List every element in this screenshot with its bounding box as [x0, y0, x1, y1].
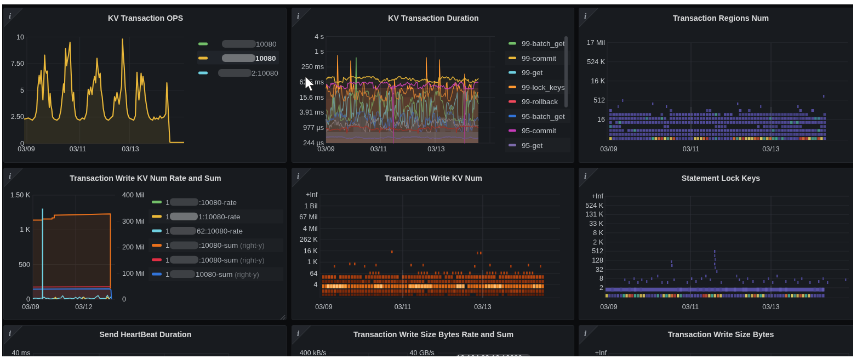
svg-text:40 ms: 40 ms — [12, 349, 30, 356]
svg-text:4 Mil: 4 Mil — [303, 224, 317, 232]
svg-text:1: 1 — [165, 198, 170, 206]
svg-text:1 s: 1 s — [315, 48, 324, 55]
svg-text:7.50: 7.50 — [11, 60, 24, 67]
svg-text:131 K: 131 K — [585, 211, 603, 218]
svg-text:250 ms: 250 ms — [301, 63, 324, 71]
svg-text:1 Bil: 1 Bil — [304, 202, 317, 209]
svg-text:03/09: 03/09 — [18, 145, 35, 153]
svg-text:1: 1 — [165, 212, 170, 220]
svg-text:+Inf: +Inf — [592, 192, 604, 200]
svg-text:64: 64 — [310, 269, 318, 277]
svg-text:16 K: 16 K — [591, 77, 605, 85]
svg-text:16 K: 16 K — [304, 247, 318, 254]
svg-text:+Inf: +Inf — [595, 349, 607, 356]
svg-text:KV Transaction OPS: KV Transaction OPS — [108, 14, 183, 22]
svg-text:99-rollback: 99-rollback — [522, 98, 558, 106]
svg-text:Transaction Write Size Bytes: Transaction Write Size Bytes — [668, 330, 774, 339]
svg-text:0: 0 — [26, 295, 30, 303]
svg-text:KV Transaction Duration: KV Transaction Duration — [388, 14, 479, 22]
svg-text:1 K: 1 K — [20, 226, 30, 234]
svg-text:8 K: 8 K — [593, 229, 603, 236]
svg-text:128: 128 — [592, 256, 603, 264]
svg-text:+Inf: +Inf — [306, 191, 318, 198]
svg-text:500: 500 — [19, 260, 30, 268]
svg-text:1: 1 — [165, 227, 170, 235]
svg-text:03/13: 03/13 — [762, 303, 779, 310]
svg-text:2 K: 2 K — [593, 238, 603, 246]
svg-text:Send HeartBeat Duration: Send HeartBeat Duration — [100, 330, 192, 339]
svg-text:16: 16 — [597, 116, 605, 123]
svg-text:03/13: 03/13 — [122, 145, 139, 153]
svg-text:40 GB/s: 40 GB/s — [410, 349, 435, 356]
svg-text:200 Mil: 200 Mil — [122, 243, 144, 251]
svg-text:10080: 10080 — [255, 54, 276, 62]
svg-text:8: 8 — [599, 275, 603, 282]
svg-text:300 Mil: 300 Mil — [122, 217, 144, 225]
svg-text:10: 10 — [16, 33, 24, 41]
svg-text:Transaction Regions Num: Transaction Regions Num — [673, 14, 769, 22]
svg-text:99-lock_keys: 99-lock_keys — [522, 83, 565, 92]
svg-text:03/09: 03/09 — [317, 145, 334, 153]
svg-text:4: 4 — [314, 281, 318, 288]
svg-text:03/09: 03/09 — [315, 303, 332, 310]
svg-text:03/09: 03/09 — [600, 303, 617, 310]
svg-text:400 kB/s: 400 kB/s — [300, 349, 327, 356]
svg-text:10080: 10080 — [256, 40, 277, 48]
svg-text:524 K: 524 K — [587, 58, 605, 66]
svg-text:99-batch_get: 99-batch_get — [522, 39, 565, 48]
svg-text:10.104.99.10:10080: 10.104.99.10:10080 — [456, 354, 522, 356]
svg-text:10080-sum (right-y): 10080-sum (right-y) — [196, 270, 259, 278]
svg-text:262 K: 262 K — [300, 236, 318, 243]
svg-text:90: 90 — [258, 355, 265, 356]
svg-text:3.91 ms: 3.91 ms — [300, 109, 324, 116]
svg-text:1: 1 — [165, 241, 170, 249]
svg-text:Transaction Write KV Num Rate: Transaction Write KV Num Rate and Sum — [70, 174, 221, 183]
svg-text:1:10080-rate: 1:10080-rate — [198, 212, 241, 220]
svg-text:15.6 ms: 15.6 ms — [300, 94, 324, 101]
svg-text:03/13: 03/13 — [427, 145, 444, 153]
svg-text:Transaction Write KV Num: Transaction Write KV Num — [385, 174, 482, 183]
svg-text:03/11: 03/11 — [370, 145, 387, 153]
svg-text:1: 1 — [165, 270, 170, 278]
svg-text:1 K: 1 K — [307, 258, 318, 266]
svg-text:512: 512 — [592, 247, 603, 255]
svg-text:2.50: 2.50 — [11, 113, 24, 121]
svg-text:512: 512 — [593, 96, 605, 104]
svg-text:0: 0 — [122, 295, 126, 303]
svg-text:Transaction Write Size Bytes R: Transaction Write Size Bytes Rate and Su… — [353, 330, 513, 339]
svg-text:4 s: 4 s — [315, 33, 324, 41]
svg-text:524 K: 524 K — [585, 201, 603, 209]
svg-text:03/11: 03/11 — [683, 145, 699, 153]
svg-text:17 Mil: 17 Mil — [587, 39, 605, 47]
svg-text:33 K: 33 K — [589, 220, 603, 228]
svg-text:977 µs: 977 µs — [303, 124, 324, 132]
svg-text:03/11: 03/11 — [70, 145, 86, 153]
svg-text:400 Mil: 400 Mil — [122, 191, 144, 199]
svg-text:95-get: 95-get — [522, 141, 543, 150]
svg-text:100 Mil: 100 Mil — [122, 269, 144, 277]
svg-text:62:10080-rate: 62:10080-rate — [197, 227, 243, 235]
svg-text:2:10080: 2:10080 — [252, 69, 278, 77]
svg-text:03/12: 03/12 — [75, 303, 92, 310]
svg-text:03/11: 03/11 — [682, 303, 699, 310]
svg-text::10080-rate: :10080-rate — [199, 198, 237, 206]
svg-text:99-commit: 99-commit — [522, 54, 556, 62]
svg-text:03/13: 03/13 — [762, 145, 779, 153]
svg-text:67 Mil: 67 Mil — [299, 213, 317, 221]
svg-text:95-commit: 95-commit — [522, 127, 556, 135]
svg-text:03/09: 03/09 — [600, 145, 617, 153]
svg-text::10080-sum (right-y): :10080-sum (right-y) — [199, 255, 265, 264]
svg-text:32: 32 — [596, 265, 603, 273]
svg-text:1: 1 — [165, 255, 170, 264]
svg-text:95-batch_get: 95-batch_get — [522, 112, 565, 121]
svg-text:5: 5 — [20, 87, 24, 94]
svg-text:03/11: 03/11 — [395, 303, 411, 310]
svg-text:2: 2 — [599, 284, 603, 292]
svg-text:03/13: 03/13 — [474, 303, 491, 310]
svg-text:03/09: 03/09 — [22, 303, 39, 310]
svg-text::10080-sum (right-y): :10080-sum (right-y) — [199, 241, 265, 249]
svg-text:Statement Lock Keys: Statement Lock Keys — [682, 174, 761, 183]
svg-text:99-get: 99-get — [522, 69, 543, 77]
svg-text:1.50 K: 1.50 K — [10, 191, 31, 199]
